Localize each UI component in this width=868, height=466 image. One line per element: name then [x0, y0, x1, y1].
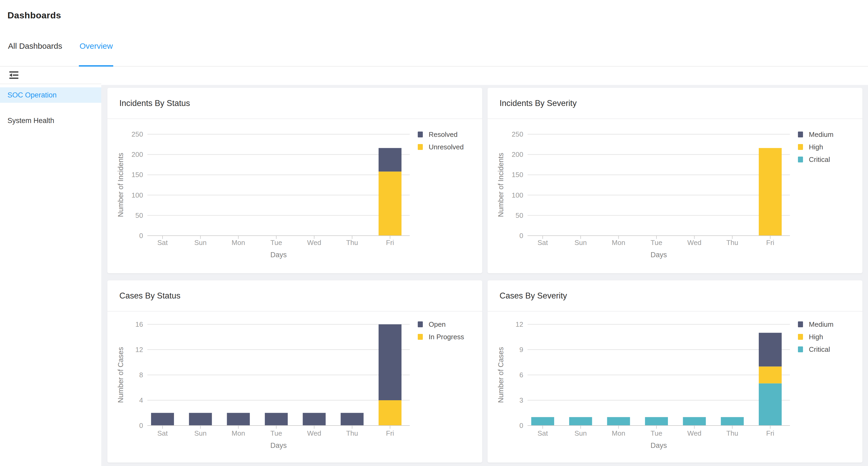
- y-tick-label: 0: [140, 232, 143, 240]
- tab-all-dashboards[interactable]: All Dashboards: [7, 41, 63, 67]
- card-cases-by-severity: Cases By Severity 036912SatSunMonTueWedT…: [488, 280, 862, 463]
- legend-label: Medium: [809, 131, 833, 138]
- dashboard-menu: SOC Operation System Health: [0, 84, 101, 128]
- chart-body: 050100150200250SatSunMonTueWedThuFriNumb…: [107, 119, 482, 273]
- x-tick-label: Sat: [157, 429, 168, 437]
- y-tick-label: 3: [520, 396, 523, 404]
- card-incidents-by-severity: Incidents By Severity 050100150200250Sat…: [488, 88, 862, 273]
- legend-swatch: [798, 322, 803, 327]
- x-tick-label: Tue: [271, 429, 282, 437]
- bar-segment-critical: [759, 384, 782, 426]
- bar-segment-open: [227, 413, 250, 426]
- legend-label: High: [809, 333, 823, 341]
- bar-segment-critical: [531, 417, 554, 426]
- y-tick-label: 0: [520, 232, 523, 240]
- bar-segment-medium: [759, 333, 782, 367]
- x-tick-label: Fri: [386, 239, 394, 246]
- y-tick-label: 12: [516, 320, 523, 328]
- y-tick-label: 100: [132, 191, 143, 199]
- bar-segment-critical: [569, 417, 592, 426]
- y-tick-label: 12: [135, 346, 143, 354]
- legend-item-unresolved[interactable]: Unresolved: [418, 143, 464, 151]
- bar-segment-open: [341, 413, 364, 426]
- bar-segment-open: [151, 413, 174, 426]
- tab-overview[interactable]: Overview: [79, 41, 113, 67]
- y-tick-label: 9: [520, 346, 523, 354]
- legend-swatch: [798, 144, 803, 150]
- y-axis-title: Number of Cases: [497, 347, 505, 403]
- legend-swatch: [418, 334, 423, 340]
- y-tick-label: 50: [516, 211, 523, 220]
- legend-swatch: [798, 157, 803, 162]
- x-tick-label: Thu: [346, 429, 358, 437]
- x-tick-label: Wed: [687, 239, 702, 246]
- main-area: SOC Operation System Health Incidents By…: [0, 67, 868, 466]
- legend-label: Resolved: [429, 131, 458, 138]
- legend-item-high[interactable]: High: [798, 143, 823, 151]
- bar-segment-high: [759, 366, 782, 383]
- x-tick-label: Mon: [612, 429, 625, 437]
- y-tick-label: 150: [132, 171, 143, 179]
- legend-label: Unresolved: [429, 143, 464, 151]
- chart-body: 0481216SatSunMonTueWedThuFriNumber of Ca…: [107, 311, 482, 462]
- sidebar: SOC Operation System Health: [0, 67, 101, 466]
- legend-label: Critical: [809, 345, 830, 353]
- x-axis-title: Days: [651, 251, 667, 259]
- legend-swatch: [798, 132, 803, 137]
- x-tick-label: Sun: [194, 429, 207, 437]
- bar-segment-unresolved: [379, 171, 402, 236]
- legend-item-resolved[interactable]: Resolved: [418, 131, 458, 138]
- card-incidents-by-status: Incidents By Status 050100150200250SatSu…: [107, 88, 482, 273]
- x-tick-label: Mon: [231, 429, 245, 437]
- bar-segment-resolved: [379, 148, 402, 171]
- y-tick-label: 0: [140, 422, 143, 430]
- bar-segment-critical: [607, 417, 630, 426]
- bar-segment-open: [379, 324, 402, 400]
- y-tick-label: 250: [512, 130, 523, 138]
- bar-segment-critical: [721, 417, 744, 426]
- legend-item-critical[interactable]: Critical: [798, 345, 830, 353]
- x-tick-label: Sat: [537, 239, 548, 246]
- app-header: Dashboards All Dashboards Overview: [0, 0, 868, 67]
- chart-title: Cases By Severity: [488, 280, 862, 311]
- y-axis-title: Number of Cases: [117, 347, 125, 403]
- y-tick-label: 8: [140, 371, 143, 379]
- x-tick-label: Wed: [687, 429, 702, 437]
- x-tick-label: Wed: [307, 239, 321, 246]
- sidebar-item-soc-operation[interactable]: SOC Operation: [0, 87, 101, 103]
- sidebar-item-system-health[interactable]: System Health: [0, 113, 101, 128]
- legend-item-critical[interactable]: Critical: [798, 156, 830, 164]
- legend-item-open[interactable]: Open: [418, 320, 446, 328]
- x-tick-label: Thu: [726, 239, 738, 246]
- chart-canvas-cases-by-status: 0481216SatSunMonTueWedThuFriNumber of Ca…: [107, 311, 482, 462]
- legend-label: Critical: [809, 156, 830, 164]
- y-tick-label: 100: [512, 191, 523, 199]
- y-tick-label: 0: [520, 422, 523, 430]
- y-tick-label: 16: [135, 320, 143, 328]
- x-tick-label: Tue: [651, 239, 662, 246]
- chart-title: Incidents By Severity: [488, 88, 862, 119]
- legend-swatch: [418, 144, 423, 150]
- x-tick-label: Mon: [612, 239, 625, 246]
- x-tick-label: Sat: [537, 429, 548, 437]
- x-tick-label: Tue: [271, 239, 282, 246]
- legend-item-medium[interactable]: Medium: [798, 131, 833, 138]
- x-axis-title: Days: [271, 251, 287, 259]
- y-tick-label: 250: [132, 130, 143, 138]
- y-tick-label: 6: [520, 371, 523, 379]
- y-tick-label: 150: [512, 171, 523, 179]
- legend-swatch: [798, 334, 803, 340]
- chart-title: Cases By Status: [107, 280, 482, 311]
- legend-item-medium[interactable]: Medium: [798, 320, 833, 328]
- bar-segment-high: [759, 148, 782, 236]
- chart-title: Incidents By Status: [107, 88, 482, 119]
- chart-body: 036912SatSunMonTueWedThuFriNumber of Cas…: [488, 311, 862, 462]
- menu-fold-icon[interactable]: [8, 70, 20, 80]
- legend-item-in-progress[interactable]: In Progress: [418, 333, 464, 341]
- x-tick-label: Wed: [307, 429, 321, 437]
- y-tick-label: 200: [512, 151, 523, 159]
- x-tick-label: Fri: [766, 239, 774, 246]
- legend-item-high[interactable]: High: [798, 333, 823, 341]
- legend-label: High: [809, 143, 823, 151]
- bar-segment-critical: [645, 417, 668, 426]
